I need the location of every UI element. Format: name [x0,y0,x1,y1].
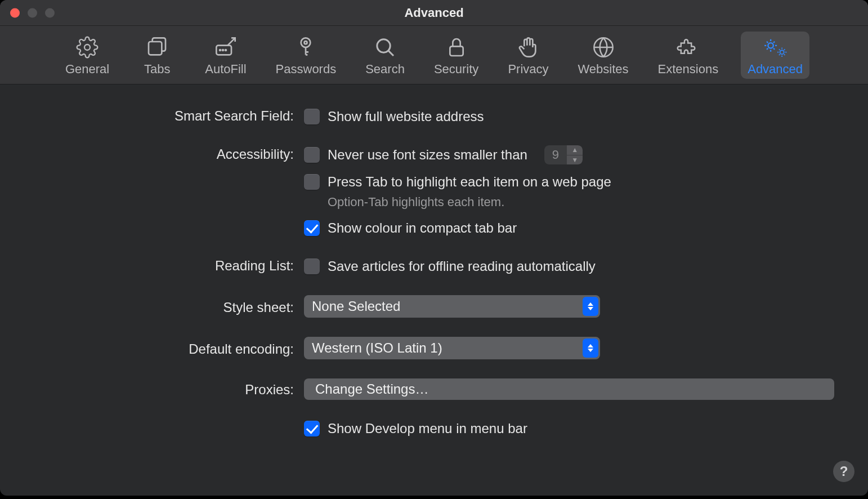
checkbox-save-offline[interactable] [304,259,320,274]
change-proxy-settings-button[interactable]: Change Settings… [304,378,834,400]
tab-general[interactable]: General [59,32,116,79]
titlebar: Advanced [0,0,868,26]
autofill-icon [214,36,237,59]
row-develop-menu: Show Develop menu in menu bar [34,419,834,438]
svg-point-11 [768,43,773,48]
tab-label: Passwords [276,62,337,77]
row-proxies: Proxies: Change Settings… [34,378,834,400]
window-controls [10,8,55,17]
svg-point-5 [225,50,226,51]
row-smart-search: Smart Search Field: Show full website ad… [34,107,834,126]
button-label: Change Settings… [315,381,428,397]
gears-icon [763,36,788,59]
svg-point-4 [222,50,223,51]
zoom-window-button[interactable] [45,8,55,17]
row-style-sheet: Style sheet: None Selected [34,295,834,318]
tab-tabs[interactable]: Tabs [132,32,182,79]
puzzle-icon [677,36,699,59]
tab-label: AutoFill [205,62,246,77]
svg-point-8 [377,39,390,52]
gear-icon [76,36,99,59]
tab-passwords[interactable]: Passwords [269,32,343,79]
close-window-button[interactable] [10,8,20,17]
checkbox-show-develop-menu[interactable] [304,421,320,436]
chevron-up-icon: ▲ [567,145,583,155]
tab-label: Extensions [658,62,719,77]
default-encoding-popup[interactable]: Western (ISO Latin 1) [304,337,600,359]
row-reading-list: Reading List: Save articles for offline … [34,257,834,276]
svg-point-12 [780,50,784,54]
tab-label: Security [434,62,478,77]
style-sheet-value: None Selected [312,298,400,314]
svg-point-0 [84,44,90,50]
minimize-window-button[interactable] [28,8,37,17]
tab-label: Privacy [508,62,548,77]
checkbox-label-save-offline: Save articles for offline reading automa… [328,259,596,274]
style-sheet-popup[interactable]: None Selected [304,295,600,318]
svg-point-3 [220,50,221,51]
hand-icon [517,36,539,59]
tab-autofill[interactable]: AutoFill [198,32,253,79]
default-encoding-value: Western (ISO Latin 1) [312,340,442,356]
row-default-encoding: Default encoding: Western (ISO Latin 1) [34,337,834,359]
stepper-buttons[interactable]: ▲ ▼ [567,145,583,164]
checkbox-label-min-font-size: Never use font sizes smaller than [328,147,527,163]
section-label-accessibility: Accessibility: [34,145,304,162]
window-title: Advanced [0,6,868,20]
section-label-default-encoding: Default encoding: [34,337,304,357]
tab-security[interactable]: Security [427,32,485,79]
preferences-toolbar: General Tabs AutoFill Passwords Search S… [0,26,868,84]
preferences-window: Advanced General Tabs AutoFill Passwords… [0,0,868,496]
tab-websites[interactable]: Websites [571,32,636,79]
globe-icon [592,36,615,59]
checkbox-tab-highlight[interactable] [304,174,320,190]
svg-rect-9 [450,46,463,56]
checkbox-label-colour-compact-tab: Show colour in compact tab bar [328,220,517,236]
popup-arrows-icon [583,297,598,316]
min-font-size-value: 9 [544,145,567,164]
help-button[interactable]: ? [833,461,854,482]
section-label-style-sheet: Style sheet: [34,295,304,315]
svg-point-6 [301,38,311,47]
tab-advanced[interactable]: Advanced [741,32,809,79]
checkbox-label-show-full-address: Show full website address [328,109,484,124]
section-label-proxies: Proxies: [34,378,304,398]
row-accessibility: Accessibility: Never use font sizes smal… [34,145,834,238]
section-label-smart-search: Smart Search Field: [34,107,304,124]
svg-rect-1 [149,42,162,55]
svg-point-7 [305,41,307,44]
checkbox-label-show-develop-menu: Show Develop menu in menu bar [328,421,527,436]
chevron-down-icon: ▼ [567,155,583,165]
tab-label: Advanced [748,62,803,77]
tabs-icon [146,36,168,59]
checkbox-min-font-size[interactable] [304,147,320,163]
tab-label: Websites [578,62,629,77]
tab-search[interactable]: Search [359,32,411,79]
tab-label: Search [365,62,405,77]
advanced-pane: Smart Search Field: Show full website ad… [0,84,868,462]
popup-arrows-icon [583,338,598,358]
tab-label: General [65,62,109,77]
hint-option-tab: Option-Tab highlights each item. [328,195,834,210]
tab-extensions[interactable]: Extensions [651,32,726,79]
min-font-size-stepper[interactable]: 9 ▲ ▼ [544,145,583,164]
tab-label: Tabs [144,62,170,77]
tab-privacy[interactable]: Privacy [501,32,555,79]
checkbox-colour-compact-tab[interactable] [304,220,320,236]
checkbox-label-tab-highlight: Press Tab to highlight each item on a we… [328,174,611,190]
key-icon [294,36,317,59]
checkbox-show-full-address[interactable] [304,109,320,124]
lock-icon [445,36,468,59]
section-label-reading-list: Reading List: [34,257,304,274]
search-icon [374,36,396,59]
help-icon: ? [840,464,848,479]
